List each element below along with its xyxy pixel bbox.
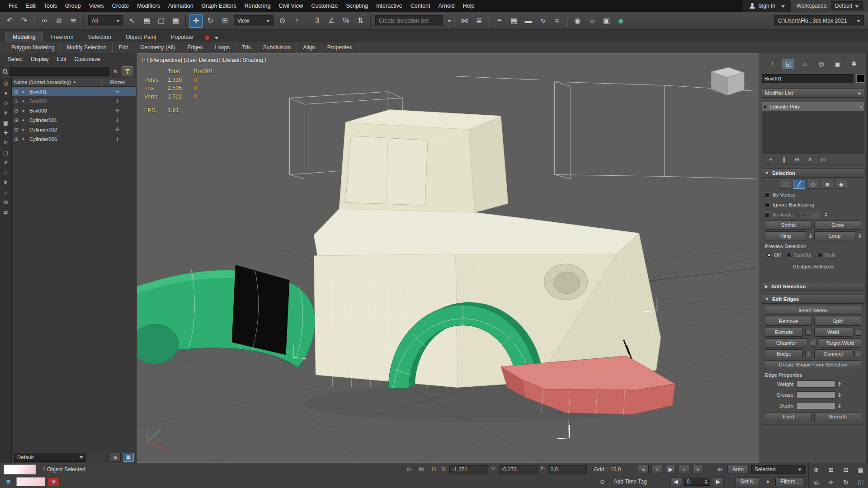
- panel-edges[interactable]: Edges: [181, 42, 209, 53]
- list-item-cylinder006[interactable]: ⊙ ● Cylinder006 ✛: [12, 134, 136, 144]
- frozen-column-header[interactable]: Frozen: [101, 80, 134, 85]
- clear-search-button[interactable]: ✕: [111, 67, 119, 75]
- go-to-start-button[interactable]: «: [638, 465, 649, 474]
- add-time-tag[interactable]: Add Time Tag: [613, 479, 646, 485]
- x-coordinate-field[interactable]: -1,351: [449, 465, 488, 474]
- select-by-name-button[interactable]: ▤: [140, 14, 154, 28]
- preview-off-radio[interactable]: [767, 253, 772, 258]
- list-item-box001[interactable]: ⊙ ● Box001 ✛: [12, 87, 136, 96]
- chevron-down-icon[interactable]: [448, 20, 451, 24]
- isolate-selection-icon[interactable]: ⊙: [404, 465, 414, 474]
- redo-button[interactable]: ↷: [17, 14, 31, 28]
- frozen-toggle-icon[interactable]: ✛: [101, 127, 134, 133]
- spinner-snap-button[interactable]: ⇅: [354, 14, 368, 28]
- sign-in-button[interactable]: Sign In: [743, 0, 791, 12]
- polygon-mode-button[interactable]: ■: [821, 180, 833, 189]
- preview-multi-radio[interactable]: [817, 253, 822, 258]
- zoom-extents-button[interactable]: ⊡: [839, 463, 854, 476]
- panel-loops[interactable]: Loops: [209, 42, 236, 53]
- lock-cell-editing-icon[interactable]: ⊠: [1, 198, 10, 206]
- menu-group[interactable]: Group: [61, 0, 85, 12]
- angle-snap-button[interactable]: ∠: [325, 14, 339, 28]
- tab-object-paint[interactable]: Object Paint: [119, 32, 163, 42]
- select-and-move-button[interactable]: ✛: [189, 14, 203, 28]
- chamfer-settings-button[interactable]: ▫: [810, 340, 816, 347]
- stack-visibility-icon[interactable]: ▫: [860, 104, 862, 109]
- percent-snap-button[interactable]: %: [339, 14, 353, 28]
- toggle-scene-explorer-button[interactable]: ≡: [492, 14, 506, 28]
- frozen-toggle-icon[interactable]: ✛: [101, 108, 134, 114]
- visibility-icon[interactable]: ⊙: [14, 136, 20, 142]
- select-object-button[interactable]: ↖: [125, 14, 139, 28]
- menu-modifiers[interactable]: Modifiers: [133, 0, 164, 12]
- display-helpers-icon[interactable]: ✚: [1, 129, 10, 137]
- window-crossing-button[interactable]: ▦: [169, 14, 183, 28]
- display-xrefs-icon[interactable]: ⇗: [1, 159, 10, 167]
- frame-forward-button[interactable]: ▶: [713, 477, 724, 486]
- explorer-search-input[interactable]: [9, 67, 109, 76]
- list-item-cylinder001[interactable]: ⊙ ● Cylinder001 ✛: [12, 115, 136, 125]
- viewport-label[interactable]: [+] [Perspective] [User Defined] [Defaul…: [142, 57, 266, 63]
- use-pivot-center-button[interactable]: ⊙: [275, 14, 289, 28]
- list-item-box002[interactable]: ⊙ ● Box002 ✛: [12, 96, 136, 106]
- menu-graph-editors[interactable]: Graph Editors: [198, 0, 241, 12]
- show-end-result-icon[interactable]: ∥: [779, 155, 788, 164]
- connect-settings-button[interactable]: ▫: [854, 351, 861, 357]
- ring-button[interactable]: Ring: [765, 231, 806, 240]
- frozen-toggle-icon[interactable]: ✛: [101, 98, 134, 104]
- named-selection-set-field[interactable]: [375, 15, 443, 26]
- menu-tools[interactable]: Tools: [40, 0, 61, 12]
- weight-spinner[interactable]: [838, 380, 841, 388]
- filter-button[interactable]: [122, 66, 133, 76]
- visibility-icon[interactable]: ⊙: [14, 127, 20, 133]
- menu-rendering[interactable]: Rendering: [241, 0, 275, 12]
- select-and-scale-button[interactable]: ⊞: [218, 14, 232, 28]
- select-and-rotate-button[interactable]: ↻: [203, 14, 217, 28]
- menu-file[interactable]: File: [5, 0, 22, 12]
- auto-key-button[interactable]: Auto: [727, 465, 749, 474]
- hierarchy-tab[interactable]: ⌂: [799, 59, 811, 69]
- command-panel-scrollbar[interactable]: [866, 53, 868, 463]
- bridge-button[interactable]: Bridge: [765, 349, 803, 358]
- explorer-preset-dropdown[interactable]: Default: [14, 453, 86, 462]
- panel-polygon-modeling[interactable]: Polygon Modeling: [5, 42, 61, 53]
- material-editor-button[interactable]: ◉: [571, 14, 585, 28]
- list-item-cylinder002[interactable]: ⊙ ● Cylinder002 ✛: [12, 125, 136, 134]
- explorer-column-header[interactable]: Name (Sorted Ascending) ▲ Frozen: [12, 78, 136, 87]
- modify-tab[interactable]: ◱: [783, 59, 794, 69]
- configure-modifier-sets-icon[interactable]: ▤: [819, 155, 828, 164]
- by-angle-spinner[interactable]: [825, 211, 827, 218]
- explorer-menu-customize[interactable]: Customize: [70, 56, 104, 62]
- menu-animation[interactable]: Animation: [164, 0, 198, 12]
- schematic-view-button[interactable]: ⌗: [550, 14, 564, 28]
- smooth-button[interactable]: Smooth: [814, 412, 861, 421]
- render-setup-button[interactable]: ☼: [585, 14, 599, 28]
- mini-listener-close-button[interactable]: ✕: [48, 478, 60, 486]
- orbit-button[interactable]: ↻: [839, 476, 854, 488]
- panel-edit[interactable]: Edit: [113, 42, 134, 53]
- frozen-toggle-icon[interactable]: ✛: [101, 89, 134, 95]
- pin-explorer-button[interactable]: ▣: [123, 453, 134, 462]
- name-column-header[interactable]: Name (Sorted Ascending): [14, 80, 71, 85]
- absolute-offset-icon[interactable]: ⊡: [429, 465, 439, 474]
- by-vertex-checkbox[interactable]: [765, 192, 770, 197]
- set-keys-button[interactable]: ⊕: [715, 465, 725, 474]
- rollout-edit-edges-header[interactable]: ▼ Edit Edges: [762, 295, 864, 304]
- weld-button[interactable]: Weld: [814, 328, 852, 337]
- target-weld-button[interactable]: Target Weld: [819, 338, 861, 347]
- make-unique-icon[interactable]: ⊞: [793, 155, 802, 164]
- menu-customize[interactable]: Customize: [307, 0, 342, 12]
- panel-geometry-all[interactable]: Geometry (All): [134, 42, 181, 53]
- panel-properties[interactable]: Properties: [321, 42, 359, 53]
- visibility-icon[interactable]: ⊙: [14, 89, 20, 95]
- align-button[interactable]: ≣: [472, 14, 486, 28]
- expand-icon[interactable]: ▶: [764, 104, 767, 109]
- select-and-link-button[interactable]: ∞: [38, 14, 52, 28]
- toggle-ribbon-button[interactable]: ▬: [521, 14, 535, 28]
- menu-edit[interactable]: Edit: [22, 0, 40, 12]
- ribbon-options[interactable]: [205, 36, 218, 42]
- zoom-extents-all-button[interactable]: ▦: [853, 463, 868, 476]
- visibility-icon[interactable]: ⊙: [14, 98, 20, 104]
- object-color-swatch[interactable]: [856, 75, 864, 83]
- depth-spinner[interactable]: [838, 402, 841, 409]
